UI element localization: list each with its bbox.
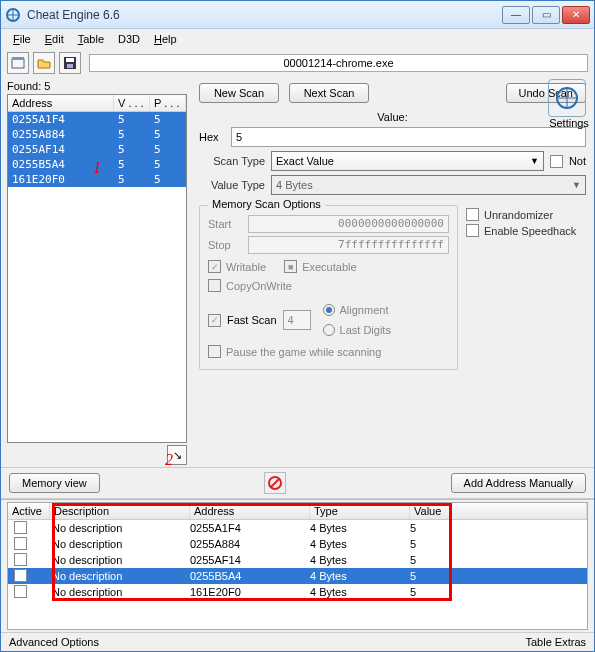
col-previous[interactable]: P . . . [150, 95, 186, 111]
window-title: Cheat Engine 6.6 [27, 8, 502, 22]
start-label: Start [208, 218, 242, 230]
col-address2[interactable]: Address [190, 503, 310, 519]
add-address-manually-button[interactable]: Add Address Manually [451, 473, 586, 493]
fastscan-value[interactable] [283, 310, 311, 330]
results-header: Address V . . . P . . . [8, 95, 186, 112]
minimize-button[interactable]: — [502, 6, 530, 24]
process-display[interactable]: 00001214-chrome.exe [89, 54, 588, 72]
hex-label: Hex [199, 131, 225, 143]
open-process-button[interactable] [7, 52, 29, 74]
result-row[interactable]: 0255A1F455 [8, 112, 186, 127]
svg-rect-2 [12, 57, 24, 60]
pause-label: Pause the game while scanning [226, 346, 381, 358]
new-scan-button[interactable]: New Scan [199, 83, 279, 103]
close-button[interactable]: ✕ [562, 6, 590, 24]
alignment-label: Alignment [340, 304, 389, 316]
col-active[interactable]: Active [8, 503, 50, 519]
cheat-table[interactable]: Active Description Address Type Value No… [7, 502, 588, 630]
maximize-button[interactable]: ▭ [532, 6, 560, 24]
result-row[interactable]: 0255A88455 [8, 127, 186, 142]
cheat-row[interactable]: No description0255AF144 Bytes5 [8, 552, 587, 568]
cheat-table-header: Active Description Address Type Value [8, 503, 587, 520]
lastdigits-label: Last Digits [340, 324, 391, 336]
clear-list-button[interactable] [264, 472, 286, 494]
svg-rect-1 [12, 59, 24, 68]
active-checkbox[interactable] [14, 569, 27, 582]
active-checkbox[interactable] [14, 521, 27, 534]
scan-results-table[interactable]: Address V . . . P . . . 0255A1F4550255A8… [7, 94, 187, 443]
toolbar: 00001214-chrome.exe [1, 49, 594, 77]
unrandomizer-checkbox[interactable] [466, 208, 479, 221]
cheat-row[interactable]: No description161E20F04 Bytes5 [8, 584, 587, 600]
menu-file[interactable]: File [7, 31, 37, 47]
annotation-1: 1 [93, 159, 101, 177]
col-value[interactable]: V . . . [114, 95, 150, 111]
fastscan-label: Fast Scan [227, 314, 277, 326]
writable-checkbox[interactable]: ✓ [208, 260, 221, 273]
col-value2[interactable]: Value [410, 503, 587, 519]
svg-rect-4 [66, 58, 74, 62]
app-window: Cheat Engine 6.6 — ▭ ✕ File Edit Table D… [0, 0, 595, 652]
save-button[interactable] [59, 52, 81, 74]
start-input[interactable]: 0000000000000000 [248, 215, 449, 233]
app-icon [5, 7, 21, 23]
writable-label: Writable [226, 261, 266, 273]
valuetype-select[interactable]: 4 Bytes▼ [271, 175, 586, 195]
valuetype-label: Value Type [199, 179, 265, 191]
speedhack-label: Enable Speedhack [484, 225, 576, 237]
menu-edit[interactable]: Edit [39, 31, 70, 47]
process-name: 00001214-chrome.exe [283, 57, 393, 69]
menubar: File Edit Table D3D Help [1, 29, 594, 49]
settings-logo-icon [548, 79, 586, 117]
cheat-row[interactable]: No description0255A1F44 Bytes5 [8, 520, 587, 536]
stop-label: Stop [208, 239, 242, 251]
cheat-row[interactable]: No description0255A8844 Bytes5 [8, 536, 587, 552]
copyonwrite-label: CopyOnWrite [226, 280, 292, 292]
pause-checkbox[interactable] [208, 345, 221, 358]
found-count: Found: 5 [7, 79, 187, 94]
active-checkbox[interactable] [14, 553, 27, 566]
col-type[interactable]: Type [310, 503, 410, 519]
value-input[interactable] [231, 127, 586, 147]
svg-rect-5 [67, 64, 73, 68]
not-checkbox[interactable] [550, 155, 563, 168]
titlebar: Cheat Engine 6.6 — ▭ ✕ [1, 1, 594, 29]
col-address[interactable]: Address [8, 95, 114, 111]
scantype-select[interactable]: Exact Value▼ [271, 151, 544, 171]
menu-table[interactable]: Table [72, 31, 110, 47]
next-scan-button[interactable]: Next Scan [289, 83, 369, 103]
value-label: Value: [199, 111, 586, 123]
advanced-options-button[interactable]: Advanced Options [9, 636, 99, 648]
chevron-down-icon: ▼ [530, 156, 539, 166]
col-description[interactable]: Description [50, 503, 190, 519]
fastscan-checkbox[interactable]: ✓ [208, 314, 221, 327]
copyonwrite-checkbox[interactable] [208, 279, 221, 292]
not-label: Not [569, 155, 586, 167]
executable-label: Executable [302, 261, 356, 273]
annotation-2: 2 [165, 451, 173, 469]
result-row[interactable]: 0255AF1455 [8, 142, 186, 157]
menu-d3d[interactable]: D3D [112, 31, 146, 47]
chevron-down-icon: ▼ [572, 180, 581, 190]
open-file-button[interactable] [33, 52, 55, 74]
menu-help[interactable]: Help [148, 31, 183, 47]
active-checkbox[interactable] [14, 585, 27, 598]
memory-view-button[interactable]: Memory view [9, 473, 100, 493]
lastdigits-radio[interactable] [323, 324, 335, 336]
settings-icon-area[interactable]: Settings [548, 79, 590, 129]
speedhack-checkbox[interactable] [466, 224, 479, 237]
alignment-radio[interactable] [323, 304, 335, 316]
mso-title: Memory Scan Options [208, 198, 325, 210]
executable-checkbox[interactable]: ■ [284, 260, 297, 273]
scantype-label: Scan Type [199, 155, 265, 167]
svg-line-8 [271, 479, 279, 487]
table-extras-button[interactable]: Table Extras [525, 636, 586, 648]
memory-scan-options-group: Memory Scan Options Start 00000000000000… [199, 205, 458, 370]
active-checkbox[interactable] [14, 537, 27, 550]
unrandomizer-label: Unrandomizer [484, 209, 553, 221]
stop-input[interactable]: 7fffffffffffffff [248, 236, 449, 254]
settings-label: Settings [548, 117, 590, 129]
cheat-row[interactable]: No description0255B5A44 Bytes5 [8, 568, 587, 584]
